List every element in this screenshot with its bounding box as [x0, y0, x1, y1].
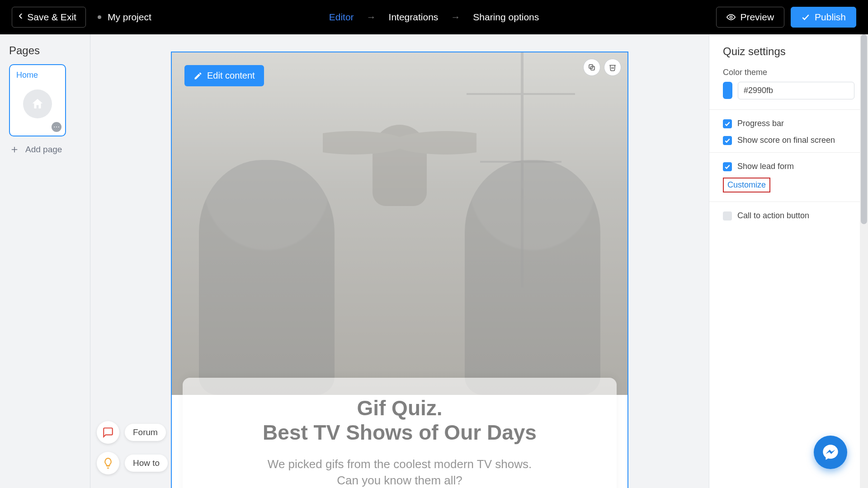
- preview-button[interactable]: Preview: [716, 7, 784, 28]
- cta-label: Call to action button: [737, 211, 809, 221]
- quiz-title-line1: Gif Quiz.: [357, 396, 442, 420]
- quiz-intro-card: Gif Quiz. Best TV Shows of Our Days We p…: [183, 378, 617, 488]
- page-more-button[interactable]: ⋯: [52, 122, 61, 132]
- checkbox-unchecked-icon: [723, 211, 732, 221]
- show-score-checkbox[interactable]: Show score on final screen: [723, 136, 854, 145]
- settings-panel: Quiz settings Color theme Progress bar S…: [709, 34, 868, 488]
- figure-center: [350, 107, 449, 224]
- nav-sharing[interactable]: Sharing options: [473, 12, 539, 23]
- nav-editor[interactable]: Editor: [329, 12, 354, 23]
- nav-steps: Editor → Integrations → Sharing options: [329, 12, 539, 23]
- quiz-subtitle-line1: We picked gifs from the coolest modern T…: [268, 457, 532, 471]
- unsaved-dot-icon: [98, 15, 101, 19]
- project-name[interactable]: My project: [98, 12, 151, 23]
- figure-mast: [521, 52, 524, 287]
- color-input[interactable]: [738, 82, 854, 99]
- show-score-label: Show score on final screen: [737, 136, 835, 145]
- pages-sidebar: Pages Home ⋯ ＋ Add page: [0, 34, 90, 488]
- show-lead-label: Show lead form: [737, 162, 794, 171]
- quiz-subtitle-line2: Can you know them all?: [337, 474, 462, 487]
- eye-icon: [726, 13, 736, 22]
- color-theme-row: [723, 82, 854, 99]
- duplicate-button[interactable]: [583, 59, 600, 76]
- trash-icon: [609, 63, 617, 71]
- messenger-button[interactable]: [814, 436, 847, 469]
- add-page-button[interactable]: ＋ Add page: [9, 145, 81, 155]
- cta-checkbox[interactable]: Call to action button: [723, 211, 854, 221]
- divider: [709, 202, 868, 202]
- editor-canvas[interactable]: Edit content Gif Quiz. Best TV Shows of …: [90, 34, 709, 488]
- color-swatch[interactable]: [723, 82, 732, 99]
- publish-button[interactable]: Publish: [791, 7, 856, 28]
- check-icon: [801, 13, 810, 22]
- customize-link[interactable]: Customize: [727, 180, 766, 189]
- preview-label: Preview: [740, 12, 774, 23]
- project-name-label: My project: [108, 12, 151, 23]
- color-theme-label: Color theme: [723, 68, 854, 77]
- page-thumb-home[interactable]: Home ⋯: [9, 64, 66, 136]
- pages-title: Pages: [9, 44, 81, 57]
- chevron-left-icon: [19, 12, 23, 23]
- add-page-label: Add page: [25, 145, 62, 155]
- quiz-subtitle: We picked gifs from the coolest modern T…: [205, 456, 594, 488]
- page-thumb-label: Home: [16, 70, 59, 80]
- checkbox-checked-icon: [723, 136, 732, 145]
- pencil-icon: [193, 71, 203, 80]
- progress-bar-checkbox[interactable]: Progress bar: [723, 119, 854, 128]
- quiz-block[interactable]: Edit content Gif Quiz. Best TV Shows of …: [171, 52, 628, 488]
- nav-integrations[interactable]: Integrations: [389, 12, 439, 23]
- home-icon: [31, 97, 44, 111]
- quiz-title-line2: Best TV Shows of Our Days: [263, 421, 537, 444]
- checkbox-checked-icon: [723, 162, 732, 171]
- figure-right: [465, 160, 600, 395]
- scrollbar[interactable]: [860, 34, 868, 488]
- show-lead-checkbox[interactable]: Show lead form: [723, 162, 854, 171]
- edit-content-button[interactable]: Edit content: [184, 65, 264, 86]
- save-exit-button[interactable]: Save & Exit: [12, 7, 86, 28]
- divider: [709, 109, 868, 110]
- top-bar: Save & Exit My project Editor → Integrat…: [0, 0, 868, 34]
- svg-point-0: [730, 16, 732, 19]
- figure-left: [199, 160, 335, 395]
- checkbox-checked-icon: [723, 119, 732, 128]
- block-tools: [583, 59, 621, 76]
- save-exit-label: Save & Exit: [27, 12, 76, 23]
- publish-label: Publish: [815, 12, 846, 23]
- copy-icon: [588, 63, 596, 71]
- quiz-cover-image: [172, 52, 627, 395]
- arrow-right-icon: →: [367, 12, 376, 23]
- arrow-right-icon: →: [451, 12, 460, 23]
- topbar-actions: Preview Publish: [716, 7, 856, 28]
- delete-button[interactable]: [604, 59, 621, 76]
- progress-bar-label: Progress bar: [737, 119, 784, 128]
- edit-content-label: Edit content: [207, 70, 255, 81]
- home-icon-circle: [23, 89, 52, 118]
- quiz-title: Gif Quiz. Best TV Shows of Our Days: [205, 396, 594, 445]
- settings-title: Quiz settings: [723, 45, 854, 58]
- customize-highlight: Customize: [723, 178, 770, 192]
- messenger-icon: [821, 443, 840, 461]
- divider: [709, 152, 868, 153]
- scrollbar-thumb[interactable]: [861, 34, 867, 224]
